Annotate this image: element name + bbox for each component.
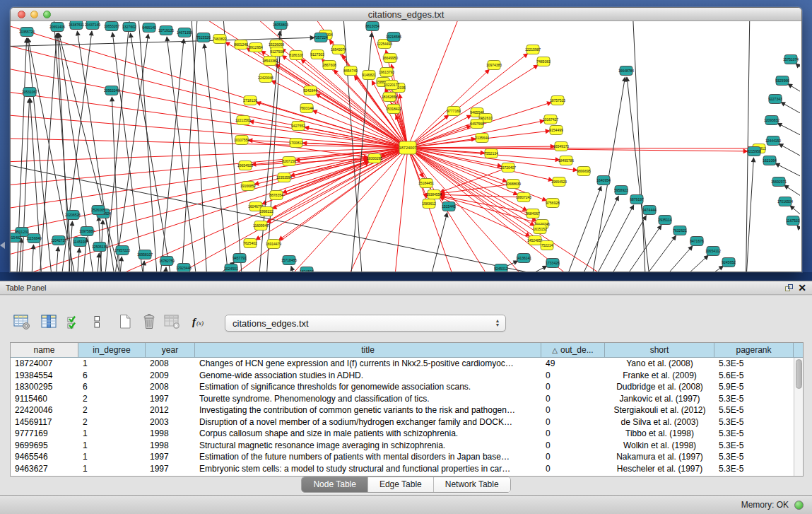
network-canvas[interactable]: 1872400774638228601248891295415226058912… bbox=[11, 21, 801, 272]
table-cell[interactable]: 1 bbox=[78, 428, 146, 440]
graph-node[interactable]: 1998222 bbox=[259, 207, 273, 216]
graph-node[interactable]: 1327602 bbox=[122, 23, 136, 32]
table-cell[interactable]: 5.3E-5 bbox=[714, 440, 794, 452]
graph-node[interactable]: 12444150 bbox=[765, 136, 781, 146]
graph-node[interactable]: 19654925 bbox=[237, 161, 253, 170]
table-cell[interactable]: 1998 bbox=[146, 440, 195, 452]
table-scrollbar[interactable] bbox=[794, 358, 803, 476]
column-header-title[interactable]: title bbox=[195, 343, 541, 357]
table-cell[interactable]: 1997 bbox=[146, 451, 195, 463]
table-select-dropdown[interactable]: citations_edges.txt▲▼ bbox=[225, 315, 506, 332]
table-cell[interactable]: 9699695 bbox=[11, 440, 78, 452]
graph-node[interactable]: 752214 bbox=[541, 241, 553, 250]
graph-node[interactable]: 9245012 bbox=[494, 264, 508, 273]
graph-node[interactable]: 18807243 bbox=[516, 193, 531, 202]
table-cell[interactable]: 2009 bbox=[146, 370, 195, 382]
graph-node[interactable]: 20437149 bbox=[85, 21, 100, 30]
graph-node[interactable]: 19654923 bbox=[551, 177, 567, 187]
table-cell[interactable]: 5.3E-5 bbox=[714, 428, 794, 440]
graph-node[interactable]: 20355724 bbox=[19, 28, 35, 37]
graph-node[interactable]: 12042737 bbox=[51, 236, 66, 245]
table-cell[interactable]: Embryonic stem cells: a model to study s… bbox=[195, 463, 541, 475]
table-cell[interactable]: Estimation of significance thresholds fo… bbox=[195, 381, 541, 393]
table-cell[interactable]: Disruption of a novel member of a sodium… bbox=[195, 416, 541, 428]
graph-node[interactable]: 9684067 bbox=[526, 209, 540, 218]
table-cell[interactable]: Tourette syndrome. Phenomenology and cla… bbox=[195, 393, 541, 405]
graph-node[interactable]: 9242844 bbox=[303, 86, 317, 95]
graph-node[interactable]: 16943074 bbox=[331, 45, 346, 54]
graph-node[interactable]: 2718126 bbox=[243, 96, 257, 105]
table-cell[interactable]: 2 bbox=[78, 393, 146, 405]
table-cell[interactable]: 5.3E-5 bbox=[714, 393, 794, 405]
graph-node[interactable]: 10719135 bbox=[158, 26, 174, 35]
graph-node[interactable]: 14671358 bbox=[177, 28, 192, 37]
table-row[interactable]: 911546021997Tourette syndrome. Phenomeno… bbox=[11, 393, 803, 405]
graph-node[interactable]: 8215958 bbox=[747, 147, 761, 156]
table-cell[interactable]: 0 bbox=[541, 428, 605, 440]
table-cell[interactable]: 1 bbox=[78, 463, 146, 475]
graph-node[interactable]: 3915482 bbox=[11, 233, 21, 243]
graph-node[interactable]: 18162658 bbox=[382, 93, 397, 102]
graph-node[interactable]: 9777169 bbox=[447, 107, 461, 116]
column-header-year[interactable]: year bbox=[146, 343, 195, 357]
graph-node[interactable]: 9457791 bbox=[233, 254, 247, 263]
graph-node[interactable]: 10688639 bbox=[505, 180, 521, 189]
column-header-name[interactable]: name bbox=[11, 343, 78, 357]
table-row[interactable]: 946362711997Embryonic stem cells: a mode… bbox=[11, 463, 803, 475]
select-columns-button[interactable] bbox=[64, 313, 85, 334]
graph-node[interactable]: 1615152 bbox=[533, 225, 547, 234]
graph-node[interactable]: 9154499 bbox=[549, 126, 563, 135]
graph-node[interactable]: 1640954 bbox=[596, 176, 611, 185]
table-cell[interactable]: 9463627 bbox=[11, 463, 78, 475]
graph-node[interactable]: 13220177 bbox=[384, 81, 399, 90]
table-cell[interactable]: 9777169 bbox=[11, 428, 78, 440]
graph-node[interactable]: 7485083 bbox=[536, 57, 551, 66]
zoom-window-icon[interactable] bbox=[43, 11, 51, 18]
graph-node[interactable]: 1583612 bbox=[422, 199, 436, 209]
graph-node[interactable]: 9245652 bbox=[722, 258, 736, 267]
table-cell[interactable]: 2008 bbox=[146, 358, 195, 370]
table-row[interactable]: 2242004622012Investigating the contribut… bbox=[11, 404, 803, 416]
graph-node[interactable]: 9899695 bbox=[577, 167, 591, 176]
graph-node[interactable]: 15751074 bbox=[783, 55, 799, 64]
table-cell[interactable]: 5.3E-5 bbox=[714, 416, 794, 428]
graph-node[interactable]: 20691406 bbox=[49, 23, 65, 32]
table-cell[interactable]: 6 bbox=[78, 381, 146, 393]
table-cell[interactable]: Yano et al. (2008) bbox=[605, 358, 714, 370]
table-row[interactable]: 1456911722003Disruption of a novel membe… bbox=[11, 416, 803, 428]
graph-node[interactable]: 7625402 bbox=[243, 239, 257, 248]
table-cell[interactable]: 5.3E-5 bbox=[714, 463, 794, 475]
graph-node[interactable]: 5958923 bbox=[614, 186, 628, 195]
table-cell[interactable]: 0 bbox=[541, 440, 605, 452]
table-cell[interactable]: Jankovic et al. (1997) bbox=[605, 393, 714, 405]
graph-node[interactable]: 1145193 bbox=[73, 238, 86, 247]
graph-node[interactable]: 14136141 bbox=[516, 254, 531, 263]
table-cell[interactable]: 18300295 bbox=[11, 381, 78, 393]
graph-node[interactable]: 8601248 bbox=[234, 40, 248, 49]
table-cell[interactable]: Nakamura et al. (1997) bbox=[605, 451, 714, 463]
delete-table-button[interactable] bbox=[161, 313, 182, 334]
graph-node[interactable]: 19613793 bbox=[379, 68, 394, 77]
graph-node[interactable]: 1515445 bbox=[442, 202, 456, 211]
graph-node[interactable]: 16914479 bbox=[266, 240, 281, 249]
graph-node[interactable]: 17016504 bbox=[777, 197, 793, 206]
graph-node[interactable]: 16648784 bbox=[618, 66, 634, 76]
graph-node[interactable]: 7463822 bbox=[213, 35, 227, 44]
tab-network-table[interactable]: Network Table bbox=[434, 477, 510, 492]
table-cell[interactable]: 18724007 bbox=[11, 358, 78, 370]
graph-node[interactable]: 20531067 bbox=[22, 88, 37, 97]
graph-node[interactable]: 11609948 bbox=[253, 221, 269, 230]
table-cell[interactable]: 2008 bbox=[146, 381, 195, 393]
table-cell[interactable]: 1998 bbox=[146, 428, 195, 440]
graph-node[interactable]: 7803144 bbox=[300, 104, 314, 113]
graph-node[interactable]: 20953346 bbox=[104, 86, 119, 95]
graph-node[interactable]: 15718485 bbox=[281, 256, 297, 265]
graph-node[interactable]: 18495786 bbox=[558, 156, 574, 165]
table-cell[interactable]: 22420046 bbox=[11, 404, 78, 416]
float-panel-button[interactable] bbox=[781, 282, 796, 293]
table-mode-button[interactable] bbox=[11, 313, 33, 334]
graph-node[interactable]: 2867608 bbox=[322, 61, 336, 70]
table-cell[interactable]: 0 bbox=[541, 370, 605, 382]
close-window-icon[interactable] bbox=[18, 11, 25, 18]
table-cell[interactable]: Tibbo et al. (1998) bbox=[605, 428, 714, 440]
